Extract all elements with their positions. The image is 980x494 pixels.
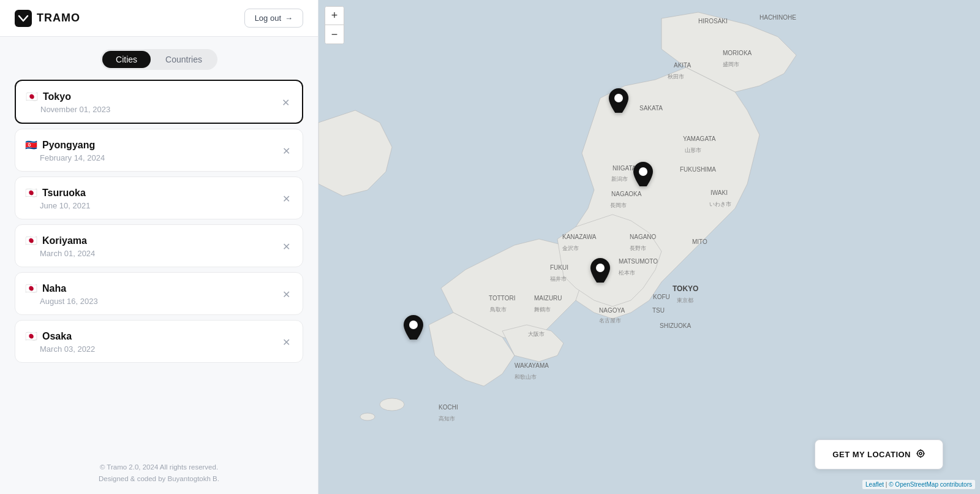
city-info: 🇰🇵 Pyongyang February 14, 2024 xyxy=(25,139,105,162)
svg-text:新潟市: 新潟市 xyxy=(611,176,628,182)
map-pin-koriyama[interactable] xyxy=(633,162,653,189)
svg-text:NAGOYA: NAGOYA xyxy=(599,307,625,314)
svg-point-48 xyxy=(409,321,418,329)
city-card-pyongyang[interactable]: 🇰🇵 Pyongyang February 14, 2024 ✕ xyxy=(15,129,303,172)
city-flag: 🇯🇵 xyxy=(25,187,37,199)
svg-text:TOKYO: TOKYO xyxy=(673,284,698,293)
svg-text:KOCHI: KOCHI xyxy=(439,404,458,411)
city-name-row: 🇯🇵 Naha xyxy=(25,283,98,294)
city-date: August 16, 2023 xyxy=(40,297,98,306)
city-name-row: 🇯🇵 Tokyo xyxy=(26,91,110,102)
svg-text:MITO: MITO xyxy=(692,238,707,245)
svg-rect-0 xyxy=(15,10,32,27)
map-attribution: Leaflet | © OpenStreetMap contributors xyxy=(862,480,975,489)
city-date: March 03, 2022 xyxy=(40,344,95,354)
remove-city-button[interactable]: ✕ xyxy=(280,238,293,255)
svg-text:MORIOKA: MORIOKA xyxy=(723,50,752,56)
svg-point-3 xyxy=(360,413,375,420)
city-name-row: 🇰🇵 Pyongyang xyxy=(25,139,105,151)
city-info: 🇯🇵 Osaka March 03, 2022 xyxy=(25,330,95,354)
remove-city-button[interactable]: ✕ xyxy=(280,334,293,351)
svg-text:名古屋市: 名古屋市 xyxy=(599,317,621,324)
map-pin-tsuruoka[interactable] xyxy=(609,88,628,115)
city-card-naha[interactable]: 🇯🇵 Naha August 16, 2023 ✕ xyxy=(15,272,303,315)
footer-copyright: © Tramo 2.0, 2024 All rights reserved. xyxy=(0,462,318,473)
svg-text:高知市: 高知市 xyxy=(439,416,455,422)
svg-text:福井市: 福井市 xyxy=(550,276,567,282)
svg-point-45 xyxy=(596,264,605,272)
city-flag: 🇰🇵 xyxy=(25,139,37,151)
city-name: Koriyama xyxy=(42,235,87,246)
get-location-label: GET MY LOCATION xyxy=(832,450,911,459)
svg-text:東京都: 東京都 xyxy=(677,297,693,303)
svg-text:SHIZUOKA: SHIZUOKA xyxy=(660,322,691,329)
osm-link[interactable]: © OpenStreetMap contributors xyxy=(889,481,972,488)
svg-text:AKITA: AKITA xyxy=(674,62,691,69)
zoom-out-button[interactable]: − xyxy=(325,25,344,44)
svg-text:長野市: 長野市 xyxy=(630,245,646,251)
city-flag: 🇯🇵 xyxy=(25,283,37,294)
svg-text:KOFU: KOFU xyxy=(653,294,670,300)
svg-text:MAIZURU: MAIZURU xyxy=(534,295,562,302)
remove-city-button[interactable]: ✕ xyxy=(280,143,293,159)
city-info: 🇯🇵 Tokyo November 01, 2023 xyxy=(26,91,110,114)
map-pin-osaka[interactable] xyxy=(404,315,423,342)
remove-city-button[interactable]: ✕ xyxy=(279,94,292,111)
remove-city-button[interactable]: ✕ xyxy=(280,286,293,303)
cities-list: 🇯🇵 Tokyo November 01, 2023 ✕ 🇰🇵 Pyongyan… xyxy=(0,75,318,453)
city-date: March 01, 2024 xyxy=(40,249,95,258)
svg-text:秋田市: 秋田市 xyxy=(668,74,684,80)
city-name-row: 🇯🇵 Osaka xyxy=(25,330,95,342)
city-card-osaka[interactable]: 🇯🇵 Osaka March 03, 2022 ✕ xyxy=(15,320,303,363)
city-name: Tsuruoka xyxy=(42,188,86,199)
svg-text:YAMAGATA: YAMAGATA xyxy=(683,135,716,142)
svg-text:山形市: 山形市 xyxy=(685,147,701,153)
svg-text:NAGAOKA: NAGAOKA xyxy=(611,191,642,197)
get-location-button[interactable]: GET MY LOCATION xyxy=(815,439,943,469)
app-name: TRAMO xyxy=(37,12,80,25)
svg-text:KANAZAWA: KANAZAWA xyxy=(562,234,597,240)
sidebar: TRAMO Log out → Cities Countries 🇯🇵 Toky… xyxy=(0,0,318,494)
svg-text:TOTTORI: TOTTORI xyxy=(489,295,516,302)
city-flag: 🇯🇵 xyxy=(25,330,37,342)
logout-icon: → xyxy=(285,13,293,23)
leaflet-link[interactable]: Leaflet xyxy=(865,481,884,488)
svg-text:HIROSAKI: HIROSAKI xyxy=(698,18,728,25)
city-name-row: 🇯🇵 Tsuruoka xyxy=(25,187,90,199)
map-svg: HIROSAKI HACHINOHE AKITA MORIOKA 秋田市 盛岡市… xyxy=(318,0,980,494)
tab-cities[interactable]: Cities xyxy=(102,51,151,68)
footer: © Tramo 2.0, 2024 All rights reserved. D… xyxy=(0,453,318,494)
city-date: February 14, 2024 xyxy=(40,153,105,162)
city-name: Naha xyxy=(42,283,66,294)
city-card-tsuruoka[interactable]: 🇯🇵 Tsuruoka June 10, 2021 ✕ xyxy=(15,177,303,219)
city-name-row: 🇯🇵 Koriyama xyxy=(25,235,95,246)
remove-city-button[interactable]: ✕ xyxy=(280,191,293,207)
logout-button[interactable]: Log out → xyxy=(244,9,303,28)
tab-countries[interactable]: Countries xyxy=(152,51,216,68)
svg-text:TSU: TSU xyxy=(652,307,665,314)
svg-text:SAKATA: SAKATA xyxy=(639,105,663,112)
svg-point-47 xyxy=(639,167,647,176)
svg-text:FUKUSHIMA: FUKUSHIMA xyxy=(680,166,716,173)
svg-text:MATSUMOTO: MATSUMOTO xyxy=(619,258,658,265)
zoom-controls: + − xyxy=(325,6,344,44)
city-flag: 🇯🇵 xyxy=(26,91,38,102)
svg-text:大阪市: 大阪市 xyxy=(528,331,545,337)
svg-text:いわき市: いわき市 xyxy=(709,201,731,207)
svg-text:WAKAYAMA: WAKAYAMA xyxy=(514,362,549,369)
svg-point-46 xyxy=(614,94,623,102)
logout-label: Log out xyxy=(255,13,281,23)
tabs-container: Cities Countries xyxy=(0,37,318,75)
svg-text:NAGANO: NAGANO xyxy=(630,234,657,240)
city-card-koriyama[interactable]: 🇯🇵 Koriyama March 01, 2024 ✕ xyxy=(15,224,303,267)
city-name: Osaka xyxy=(42,331,72,342)
zoom-in-button[interactable]: + xyxy=(325,7,344,25)
svg-point-50 xyxy=(918,450,924,457)
location-icon xyxy=(916,449,925,460)
logo-icon xyxy=(15,10,32,27)
map-pin-tokyo[interactable] xyxy=(590,258,610,285)
city-name: Tokyo xyxy=(43,91,71,102)
city-card-tokyo[interactable]: 🇯🇵 Tokyo November 01, 2023 ✕ xyxy=(15,80,303,124)
svg-text:IWAKI: IWAKI xyxy=(710,189,728,196)
svg-text:和歌山市: 和歌山市 xyxy=(514,374,537,380)
